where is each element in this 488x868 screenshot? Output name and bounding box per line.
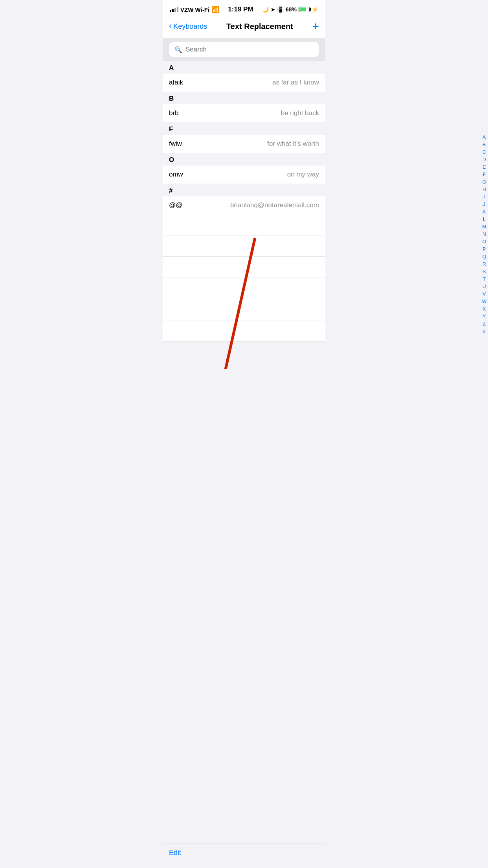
chevron-left-icon: ‹	[169, 22, 172, 30]
battery-icon	[299, 7, 310, 12]
page-title: Text Replacement	[226, 22, 293, 31]
section-b: brb be right back	[163, 104, 325, 122]
section-a: afaik as far as I know	[163, 74, 325, 92]
status-time: 1:19 PM	[228, 6, 253, 13]
list-item[interactable]: omw on my way	[163, 166, 325, 184]
shortcut-label: brb	[169, 109, 179, 117]
wifi-icon: 📶	[211, 6, 219, 13]
section-header-a: A	[163, 61, 325, 74]
search-container: 🔍	[163, 38, 325, 61]
section-hash: @@ brianlang@notarealemail.com	[163, 196, 325, 214]
location-icon: ➤	[271, 7, 275, 13]
search-bar: 🔍	[169, 42, 319, 57]
phrase-label: on my way	[287, 171, 319, 178]
section-header-hash: #	[163, 184, 325, 196]
empty-rows	[163, 214, 325, 342]
status-right: 🌙 ➤ 📳 68% ⚡	[262, 6, 318, 13]
empty-row	[163, 278, 325, 299]
empty-row	[163, 235, 325, 257]
empty-row	[163, 320, 325, 342]
search-icon: 🔍	[174, 46, 182, 53]
list-item[interactable]: afaik as far as I know	[163, 74, 325, 92]
back-label: Keyboards	[173, 22, 207, 31]
list-container: A afaik as far as I know B brb be right …	[163, 61, 325, 369]
nav-bar: ‹ Keyboards Text Replacement +	[163, 17, 325, 38]
phrase-label: brianlang@notarealemail.com	[230, 201, 319, 209]
back-button[interactable]: ‹ Keyboards	[169, 22, 207, 31]
section-header-o: O	[163, 153, 325, 166]
search-input[interactable]	[185, 46, 314, 53]
empty-row	[163, 214, 325, 235]
section-f: fwiw for what it's worth	[163, 135, 325, 153]
list-item[interactable]: fwiw for what it's worth	[163, 135, 325, 153]
empty-row	[163, 299, 325, 320]
empty-row	[163, 257, 325, 278]
shortcut-label: @@	[169, 201, 183, 209]
phrase-label: for what it's worth	[267, 140, 319, 148]
signal-bars-icon	[170, 7, 178, 12]
status-bar: VZW Wi-Fi 📶 1:19 PM 🌙 ➤ 📳 68% ⚡	[163, 0, 325, 17]
shortcut-label: afaik	[169, 79, 183, 86]
shortcut-label: omw	[169, 171, 183, 178]
moon-icon: 🌙	[262, 6, 269, 13]
status-left: VZW Wi-Fi 📶	[170, 6, 219, 13]
battery-percent: 68%	[286, 6, 297, 13]
section-o: omw on my way	[163, 166, 325, 184]
phrase-label: as far as I know	[272, 79, 319, 86]
charging-icon: ⚡	[312, 6, 318, 13]
shortcut-label: fwiw	[169, 140, 182, 148]
list-item[interactable]: brb be right back	[163, 104, 325, 122]
carrier-label: VZW Wi-Fi	[180, 6, 209, 13]
section-header-b: B	[163, 92, 325, 104]
add-button[interactable]: +	[312, 20, 319, 32]
section-header-f: F	[163, 122, 325, 135]
phrase-label: be right back	[281, 109, 319, 117]
list-item[interactable]: @@ brianlang@notarealemail.com	[163, 196, 325, 214]
bluetooth-icon: 📳	[277, 6, 284, 13]
